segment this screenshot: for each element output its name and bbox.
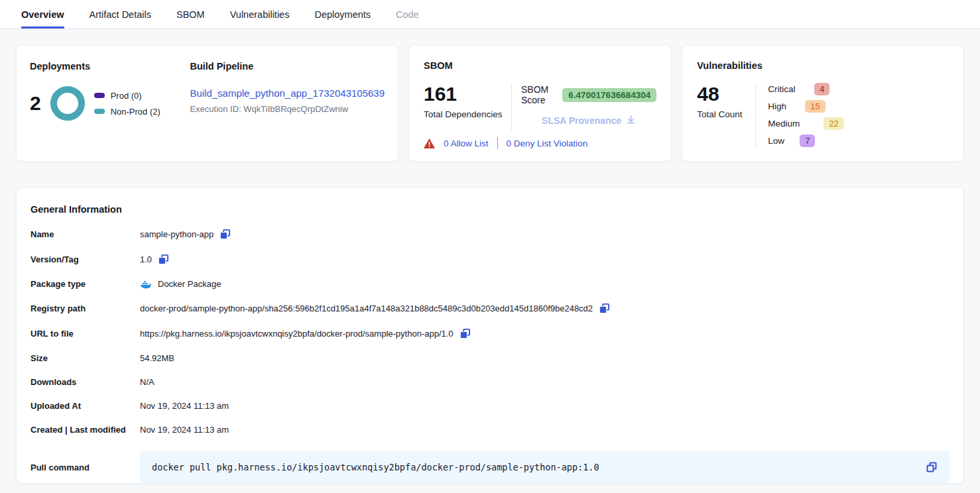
info-row-pull-command: Pull command docker pull pkg.harness.io/… — [31, 451, 949, 484]
slsa-provenance-link[interactable]: SLSA Provenance — [521, 115, 656, 127]
sbom-score-label: SBOM Score — [521, 84, 556, 105]
pull-command-value: docker pull pkg.harness.io/ikpsjoavtcwxn… — [152, 462, 599, 472]
tab-code: Code — [396, 0, 419, 28]
deployments-legend: Prod (0) Non-Prod (2) — [94, 91, 160, 117]
download-icon — [626, 115, 636, 127]
package-type-label: Package type — [31, 279, 140, 289]
execution-id-text: Execution ID: WqkTiIbBRqecQrpDtZwniw — [190, 104, 385, 114]
general-information-title: General Information — [31, 204, 949, 215]
info-row-created-modified: Created | Last modified Nov 19, 2024 11:… — [31, 425, 949, 435]
info-row-package-type: Package type Docker Package — [31, 279, 949, 289]
copy-icon[interactable] — [219, 229, 231, 240]
copy-outline-icon[interactable] — [926, 461, 938, 473]
name-value: sample-python-app — [140, 229, 214, 239]
deployments-card: Deployments 2 Prod (0) Non-Prod (2) — [16, 45, 398, 162]
url-to-file-value: https://pkg.harness.io/ikpsjoavtcwxnqisy… — [140, 329, 454, 339]
vulnerabilities-total-count: 48 — [697, 83, 755, 105]
vulnerabilities-total-label: Total Count — [697, 109, 755, 119]
sbom-card: SBOM 161 Total Dependencies SBOM Score 6… — [408, 45, 672, 162]
severity-count-badge-low: 7 — [800, 135, 815, 147]
severity-count-badge-high: 15 — [805, 100, 825, 113]
version-tag-value: 1.0 — [140, 254, 152, 264]
url-to-file-label: URL to file — [31, 329, 140, 339]
uploaded-at-label: Uploaded At — [31, 401, 140, 411]
downloads-label: Downloads — [31, 377, 140, 387]
allow-list-link[interactable]: 0 Allow List — [444, 138, 489, 148]
severity-row-high: High 15 — [768, 100, 843, 113]
sbom-total-dependencies-count: 161 — [424, 83, 511, 105]
created-last-modified-label: Created | Last modified — [31, 425, 140, 435]
warning-triangle-icon — [424, 138, 435, 148]
slsa-provenance-label: SLSA Provenance — [542, 115, 621, 126]
downloads-value: N/A — [140, 377, 154, 387]
deployments-card-title: Deployments — [30, 61, 190, 72]
info-row-url: URL to file https://pkg.harness.io/ikpsj… — [31, 328, 949, 339]
build-pipeline-title: Build Pipeline — [190, 61, 385, 72]
sbom-score-badge: 6.470017636684304 — [562, 88, 656, 102]
severity-row-low: Low 7 — [768, 135, 843, 147]
general-information-card: General Information Name sample-python-a… — [16, 188, 964, 484]
vulnerabilities-divider — [755, 83, 756, 147]
deployments-summary: 2 Prod (0) Non-Prod (2) — [30, 86, 190, 121]
sbom-card-title: SBOM — [424, 60, 656, 71]
tab-sbom[interactable]: SBOM — [176, 0, 205, 28]
tab-overview[interactable]: Overview — [21, 0, 64, 28]
severity-count-badge-medium: 22 — [824, 117, 843, 130]
created-last-modified-value: Nov 19, 2024 11:13 am — [140, 425, 229, 435]
sbom-score-row: SBOM Score 6.470017636684304 — [521, 84, 656, 105]
nonprod-swatch-icon — [94, 109, 105, 114]
severity-label-low: Low — [768, 136, 794, 146]
legend-item-prod: Prod (0) — [94, 91, 160, 101]
sbom-policy-links: 0 Allow List 0 Deny List Violation — [424, 137, 656, 149]
build-pipeline-link[interactable]: Build_sample_python_app_1732043105639 — [190, 87, 385, 99]
copy-icon[interactable] — [158, 254, 169, 265]
uploaded-at-value: Nov 19, 2024 11:13 am — [140, 401, 229, 411]
docker-whale-icon — [140, 280, 152, 289]
deployments-column: Deployments 2 Prod (0) Non-Prod (2) — [30, 61, 190, 146]
vulnerabilities-card-title: Vulnerabilities — [697, 60, 949, 71]
tab-bar: Overview Artifact Details SBOM Vulnerabi… — [0, 0, 980, 29]
sbom-total-dependencies-label: Total Dependencies — [424, 109, 511, 119]
nonprod-legend-label: Non-Prod (2) — [111, 107, 160, 117]
copy-icon[interactable] — [599, 303, 610, 314]
tab-artifact-details[interactable]: Artifact Details — [90, 0, 151, 28]
vulnerabilities-card: Vulnerabilities 48 Total Count Critical … — [682, 45, 964, 162]
severity-list: Critical 4 High 15 Medium 22 Low 7 — [768, 83, 843, 147]
sbom-divider — [511, 84, 512, 131]
size-label: Size — [31, 353, 140, 363]
deployments-donut-chart — [50, 86, 85, 121]
info-row-version: Version/Tag 1.0 — [31, 254, 949, 265]
severity-label-medium: Medium — [768, 119, 818, 129]
severity-count-badge-critical: 4 — [814, 83, 829, 95]
severity-label-critical: Critical — [768, 84, 809, 94]
sbom-score-block: SBOM Score 6.470017636684304 SLSA Proven… — [521, 83, 656, 137]
vulnerabilities-body: 48 Total Count Critical 4 High 15 Medium — [697, 83, 949, 147]
info-row-name: Name sample-python-app — [31, 229, 949, 240]
sbom-card-body: 161 Total Dependencies SBOM Score 6.4700… — [424, 83, 656, 137]
severity-label-high: High — [768, 101, 800, 111]
severity-row-critical: Critical 4 — [768, 83, 843, 95]
pull-command-label: Pull command — [31, 463, 140, 472]
size-value: 54.92MB — [140, 353, 174, 363]
legend-item-nonprod: Non-Prod (2) — [94, 107, 160, 117]
info-row-registry-path: Registry path docker-prod/sample-python-… — [31, 303, 949, 314]
copy-icon[interactable] — [459, 328, 471, 339]
pull-command-box: docker pull pkg.harness.io/ikpsjoavtcwxn… — [140, 451, 949, 484]
package-type-value: Docker Package — [158, 279, 221, 289]
vulnerabilities-totals: 48 Total Count — [697, 83, 755, 147]
severity-row-medium: Medium 22 — [768, 117, 843, 130]
page-content: Deployments 2 Prod (0) Non-Prod (2) — [0, 29, 980, 484]
tab-vulnerabilities[interactable]: Vulnerabilities — [230, 0, 290, 28]
version-tag-label: Version/Tag — [31, 254, 140, 264]
build-pipeline-column: Build Pipeline Build_sample_python_app_1… — [190, 61, 385, 146]
policy-links-divider — [497, 137, 498, 149]
tab-deployments[interactable]: Deployments — [314, 0, 371, 28]
prod-swatch-icon — [94, 93, 105, 98]
registry-path-label: Registry path — [31, 303, 140, 313]
info-row-size: Size 54.92MB — [31, 353, 949, 363]
sbom-totals: 161 Total Dependencies — [424, 83, 511, 137]
deny-list-link[interactable]: 0 Deny List Violation — [507, 138, 588, 148]
info-row-uploaded-at: Uploaded At Nov 19, 2024 11:13 am — [31, 401, 949, 411]
name-label: Name — [31, 229, 140, 239]
deployments-total-count: 2 — [30, 92, 41, 115]
